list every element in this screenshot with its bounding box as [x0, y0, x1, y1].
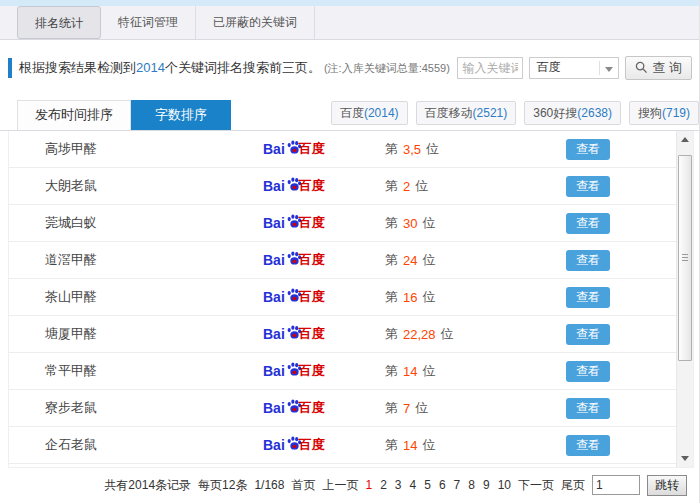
- rank-number: 16: [403, 290, 417, 305]
- baidu-logo-bai: Bai: [263, 437, 285, 453]
- baidu-logo-du: 百度: [299, 251, 325, 269]
- engine-select[interactable]: 百度: [529, 57, 619, 79]
- rank-suffix: 位: [415, 399, 428, 417]
- scroll-up-button[interactable]: [677, 131, 693, 148]
- rank-prefix: 第: [385, 325, 398, 343]
- page-number-link[interactable]: 7: [454, 478, 461, 492]
- first-page-link[interactable]: 首页: [291, 477, 315, 494]
- last-page-link[interactable]: 尾页: [561, 477, 585, 494]
- baidu-logo-bai: Bai: [263, 326, 285, 342]
- page-number-link[interactable]: 5: [424, 478, 431, 492]
- rank-number: 2: [403, 179, 410, 194]
- tab-sort-by-time[interactable]: 发布时间排序: [17, 100, 131, 130]
- engine-select-value: 百度: [536, 59, 560, 76]
- baidu-logo-du: 百度: [299, 325, 325, 343]
- baidu-logo-du: 百度: [299, 436, 325, 454]
- search-controls: 百度 查 询: [457, 56, 692, 80]
- rank-number: 7: [403, 401, 410, 416]
- page-number-link[interactable]: 4: [410, 478, 417, 492]
- engine-filter-group: 百度(2014) 百度移动(2521) 360好搜(2638) 搜狗(719): [331, 101, 699, 130]
- engine-filter-button[interactable]: 百度移动(2521): [416, 101, 517, 125]
- baidu-logo-bai: Bai: [263, 252, 285, 268]
- view-button[interactable]: 查看: [566, 250, 610, 271]
- rank-suffix: 位: [415, 177, 428, 195]
- page-number-link[interactable]: 10: [498, 478, 511, 492]
- scroll-down-button[interactable]: [677, 450, 693, 467]
- table-row: 道滘甲醛 Bai 百度 第 24 位: [9, 242, 676, 279]
- scroll-down-icon: [681, 456, 689, 461]
- accent-bar: [8, 58, 12, 78]
- keyword-label: 塘厦甲醛: [45, 325, 263, 343]
- view-button[interactable]: 查看: [566, 139, 610, 160]
- main-tab-bar: 排名统计 特征词管理 已屏蔽的关键词: [0, 6, 699, 40]
- page-number-link[interactable]: 9: [483, 478, 490, 492]
- rank-label: 第 2 位: [385, 177, 566, 195]
- rank-label: 第 3,5 位: [385, 140, 566, 158]
- page-number-link[interactable]: 2: [380, 478, 387, 492]
- rank-prefix: 第: [385, 251, 398, 269]
- prev-page-link[interactable]: 上一页: [322, 477, 358, 494]
- engine-filter-button[interactable]: 360好搜(2638): [524, 101, 621, 125]
- search-input[interactable]: [457, 57, 523, 79]
- keyword-label: 寮步老鼠: [45, 399, 263, 417]
- tab-ranking-stats[interactable]: 排名统计: [17, 6, 101, 39]
- select-divider: [599, 61, 600, 75]
- tab-blocked-keywords[interactable]: 已屏蔽的关键词: [196, 6, 315, 39]
- view-button[interactable]: 查看: [566, 213, 610, 234]
- scrollbar[interactable]: [676, 131, 693, 467]
- view-button[interactable]: 查看: [566, 176, 610, 197]
- summary-suffix: 个关键词排名搜索前三页。: [165, 60, 321, 75]
- table-row: 寮步老鼠 Bai 百度 第 7 位: [9, 390, 676, 427]
- baidu-logo: Bai 百度: [263, 362, 385, 380]
- rank-number: 14: [403, 364, 417, 379]
- rank-number: 14: [403, 438, 417, 453]
- rank-number: 30: [403, 216, 417, 231]
- view-button[interactable]: 查看: [566, 361, 610, 382]
- rank-prefix: 第: [385, 288, 398, 306]
- query-button[interactable]: 查 询: [625, 56, 692, 80]
- table-row: 莞城白蚁 Bai 百度 第 30 位: [9, 205, 676, 242]
- table-row: 塘厦甲醛 Bai 百度 第 22,28 位: [9, 316, 676, 353]
- next-page-link[interactable]: 下一页: [518, 477, 554, 494]
- rank-prefix: 第: [385, 214, 398, 232]
- view-button[interactable]: 查看: [566, 287, 610, 308]
- page-number-link[interactable]: 3: [395, 478, 402, 492]
- table-row: 常平甲醛 Bai 百度 第 14 位: [9, 353, 676, 390]
- baidu-logo-du: 百度: [299, 177, 325, 195]
- scrollbar-thumb[interactable]: [678, 155, 692, 361]
- keyword-label: 企石老鼠: [45, 436, 263, 454]
- page-number-link[interactable]: 6: [439, 478, 446, 492]
- keyword-table: 高埗甲醛 Bai 百度 第 3,5 位: [9, 131, 676, 467]
- tab-sort-by-words[interactable]: 字数排序: [131, 100, 231, 130]
- view-button[interactable]: 查看: [566, 435, 610, 456]
- jump-button[interactable]: 跳转: [647, 475, 687, 496]
- baidu-logo-bai: Bai: [263, 215, 285, 231]
- table-row: 茶山甲醛 Bai 百度 第 16 位: [9, 279, 676, 316]
- summary-note: (注:入库关键词总量:4559): [324, 62, 450, 74]
- view-button[interactable]: 查看: [566, 324, 610, 345]
- baidu-logo: Bai 百度: [263, 288, 385, 306]
- jump-page-input[interactable]: [592, 475, 640, 495]
- engine-filter-button[interactable]: 搜狗(719): [629, 101, 699, 125]
- page-number-link[interactable]: 1: [365, 478, 372, 492]
- table-row: 企石老鼠 Bai 百度 第 14 位: [9, 427, 676, 464]
- per-page-label: 每页12条: [198, 477, 247, 494]
- tab-feature-words[interactable]: 特征词管理: [101, 6, 196, 39]
- rank-number: 22,28: [403, 327, 436, 342]
- baidu-logo-du: 百度: [299, 214, 325, 232]
- engine-filter-count: (2521): [473, 102, 508, 124]
- table-row: 高埗甲醛 Bai 百度 第 3,5 位: [9, 131, 676, 168]
- table-row: 大朗老鼠 Bai 百度 第 2 位: [9, 168, 676, 205]
- rank-label: 第 30 位: [385, 214, 566, 232]
- page-number-list: 12345678910: [365, 478, 511, 492]
- engine-filter-button[interactable]: 百度(2014): [331, 101, 408, 125]
- rank-label: 第 14 位: [385, 436, 566, 454]
- baidu-logo-bai: Bai: [263, 178, 285, 194]
- view-button[interactable]: 查看: [566, 398, 610, 419]
- baidu-logo: Bai 百度: [263, 399, 385, 417]
- keyword-label: 常平甲醛: [45, 362, 263, 380]
- baidu-logo: Bai 百度: [263, 177, 385, 195]
- rank-prefix: 第: [385, 399, 398, 417]
- rank-suffix: 位: [422, 214, 435, 232]
- page-number-link[interactable]: 8: [468, 478, 475, 492]
